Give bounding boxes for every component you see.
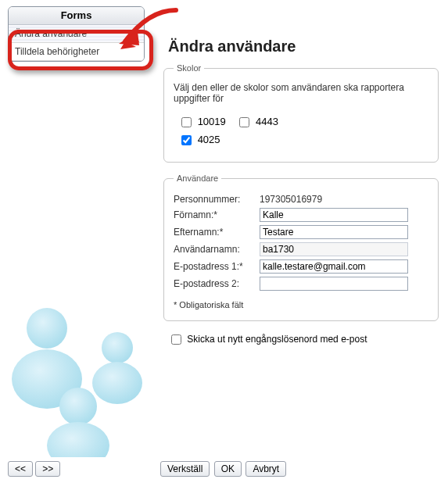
anvandarnamn-label: Användarnamn: xyxy=(174,244,260,255)
anvandare-legend: Användare xyxy=(174,173,221,183)
verkstall-button[interactable]: Verkställ xyxy=(160,461,210,477)
epost2-input[interactable] xyxy=(260,277,408,291)
svg-point-2 xyxy=(12,349,82,409)
svg-point-3 xyxy=(102,332,133,363)
skolor-help: Välj den eller de skolor som användaren … xyxy=(174,82,428,104)
skolor-group: Skolor Välj den eller de skolor som anvä… xyxy=(163,63,439,163)
avbryt-button[interactable]: Avbryt xyxy=(246,461,286,477)
forms-item-andra-anvandare[interactable]: Ändra användare xyxy=(9,25,144,43)
anvandare-group: Användare Personnummer: 197305016979 För… xyxy=(163,173,439,321)
forms-title: Forms xyxy=(9,7,144,25)
efternamn-input[interactable] xyxy=(260,225,408,239)
epost2-label: E-postadress 2: xyxy=(174,278,260,289)
fornamn-input[interactable] xyxy=(260,208,408,222)
skola-4443-label[interactable]: 4443 xyxy=(256,116,278,127)
skola-4025-label[interactable]: 4025 xyxy=(198,134,220,145)
forms-item-tilldela-behorigheter[interactable]: Tilldela behörigheter xyxy=(9,43,144,61)
send-password-checkbox[interactable] xyxy=(171,334,181,345)
skola-10019-label[interactable]: 10019 xyxy=(198,116,226,127)
decorative-people-icons xyxy=(4,277,156,457)
personnummer-value: 197305016979 xyxy=(260,194,322,205)
prev-button[interactable]: << xyxy=(8,461,33,477)
efternamn-label: Efternamn:* xyxy=(174,227,260,238)
obligatoriska-note: * Obligatoriska fält xyxy=(174,300,428,309)
skola-4025-checkbox[interactable] xyxy=(181,135,192,145)
skola-10019-checkbox[interactable] xyxy=(181,117,192,127)
svg-point-4 xyxy=(92,362,142,404)
send-password-label[interactable]: Skicka ut nytt engångslösenord med e-pos… xyxy=(187,334,367,345)
svg-point-1 xyxy=(27,308,67,349)
anvandarnamn-input[interactable] xyxy=(260,242,408,256)
svg-point-6 xyxy=(47,422,109,457)
next-button[interactable]: >> xyxy=(35,461,60,477)
epost1-input[interactable] xyxy=(260,259,408,274)
page-title: Ändra användare xyxy=(168,38,442,55)
personnummer-label: Personnummer: xyxy=(174,194,260,205)
skolor-legend: Skolor xyxy=(174,63,204,73)
epost1-label: E-postadress 1:* xyxy=(174,261,260,272)
fornamn-label: Förnamn:* xyxy=(174,209,260,220)
ok-button[interactable]: OK xyxy=(214,461,242,477)
forms-panel: Forms Ändra användare Tilldela behörighe… xyxy=(8,6,145,62)
svg-point-5 xyxy=(59,388,97,425)
skola-4443-checkbox[interactable] xyxy=(239,117,249,127)
